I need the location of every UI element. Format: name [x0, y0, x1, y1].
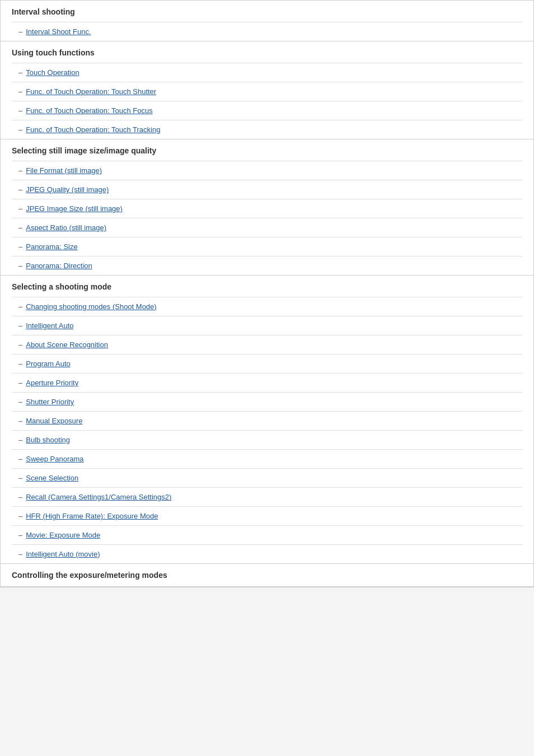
- dash-icon: –: [18, 512, 22, 520]
- section-title-controlling-exposure: Controlling the exposure/metering modes: [12, 571, 522, 580]
- link-movie-exposure-mode[interactable]: Movie: Exposure Mode: [26, 531, 100, 539]
- dash-icon: –: [18, 68, 22, 77]
- link-aperture-priority[interactable]: Aperture Priority: [26, 379, 78, 387]
- dash-icon: –: [18, 531, 22, 539]
- link-intelligent-auto-movie[interactable]: Intelligent Auto (movie): [26, 550, 100, 558]
- list-item: – Bulb shooting: [12, 430, 522, 449]
- section-title-shooting-mode: Selecting a shooting mode: [12, 282, 522, 297]
- dash-icon: –: [18, 379, 22, 387]
- link-changing-shooting-modes[interactable]: Changing shooting modes (Shoot Mode): [26, 302, 156, 311]
- link-func-touch-shutter[interactable]: Func. of Touch Operation: Touch Shutter: [26, 87, 156, 96]
- page-container: Interval shooting – Interval Shoot Func.…: [0, 0, 534, 587]
- link-about-scene-recognition[interactable]: About Scene Recognition: [26, 340, 108, 349]
- list-item: – Interval Shoot Func.: [12, 22, 522, 41]
- list-item: – Program Auto: [12, 354, 522, 373]
- list-item: – Sweep Panorama: [12, 449, 522, 468]
- link-func-touch-tracking[interactable]: Func. of Touch Operation: Touch Tracking: [26, 125, 160, 134]
- list-item: – Intelligent Auto: [12, 316, 522, 335]
- list-item: – Func. of Touch Operation: Touch Focus: [12, 101, 522, 120]
- link-interval-shoot-func[interactable]: Interval Shoot Func.: [26, 27, 91, 36]
- list-item: – Touch Operation: [12, 63, 522, 82]
- link-hfr-exposure-mode[interactable]: HFR (High Frame Rate): Exposure Mode: [26, 512, 158, 520]
- list-item: – Manual Exposure: [12, 411, 522, 430]
- link-recall-camera-settings[interactable]: Recall (Camera Settings1/Camera Settings…: [26, 493, 171, 501]
- link-bulb-shooting[interactable]: Bulb shooting: [26, 436, 70, 444]
- list-item: – About Scene Recognition: [12, 335, 522, 354]
- link-panorama-size[interactable]: Panorama: Size: [26, 242, 78, 251]
- section-controlling-exposure: Controlling the exposure/metering modes: [1, 564, 533, 587]
- dash-icon: –: [18, 223, 22, 232]
- dash-icon: –: [18, 340, 22, 349]
- link-scene-selection[interactable]: Scene Selection: [26, 474, 78, 482]
- list-item: – Aspect Ratio (still image): [12, 218, 522, 237]
- dash-icon: –: [18, 262, 22, 270]
- dash-icon: –: [18, 106, 22, 115]
- dash-icon: –: [18, 474, 22, 482]
- section-title-touch-functions: Using touch functions: [12, 48, 522, 63]
- dash-icon: –: [18, 242, 22, 251]
- link-intelligent-auto[interactable]: Intelligent Auto: [26, 321, 73, 330]
- section-shooting-mode: Selecting a shooting mode – Changing sho…: [1, 276, 533, 564]
- link-jpeg-quality-still[interactable]: JPEG Quality (still image): [26, 185, 109, 194]
- section-still-image: Selecting still image size/image quality…: [1, 139, 533, 276]
- dash-icon: –: [18, 204, 22, 213]
- link-file-format-still[interactable]: File Format (still image): [26, 166, 102, 175]
- list-item: – Changing shooting modes (Shoot Mode): [12, 297, 522, 316]
- section-interval-shooting: Interval shooting – Interval Shoot Func.: [1, 1, 533, 41]
- dash-icon: –: [18, 360, 22, 368]
- link-func-touch-focus[interactable]: Func. of Touch Operation: Touch Focus: [26, 106, 152, 115]
- list-item: – Shutter Priority: [12, 392, 522, 411]
- dash-icon: –: [18, 87, 22, 96]
- list-item: – JPEG Quality (still image): [12, 180, 522, 199]
- list-item: – Func. of Touch Operation: Touch Shutte…: [12, 82, 522, 101]
- dash-icon: –: [18, 27, 22, 36]
- link-jpeg-image-size-still[interactable]: JPEG Image Size (still image): [26, 204, 123, 213]
- dash-icon: –: [18, 550, 22, 558]
- dash-icon: –: [18, 455, 22, 463]
- dash-icon: –: [18, 398, 22, 406]
- dash-icon: –: [18, 302, 22, 311]
- dash-icon: –: [18, 493, 22, 501]
- link-manual-exposure[interactable]: Manual Exposure: [26, 417, 82, 425]
- link-program-auto[interactable]: Program Auto: [26, 360, 71, 368]
- dash-icon: –: [18, 125, 22, 134]
- dash-icon: –: [18, 417, 22, 425]
- dash-icon: –: [18, 321, 22, 330]
- list-item: – Aperture Priority: [12, 373, 522, 392]
- dash-icon: –: [18, 185, 22, 194]
- section-title-interval-shooting: Interval shooting: [12, 7, 522, 22]
- list-item: – File Format (still image): [12, 161, 522, 180]
- section-using-touch-functions: Using touch functions – Touch Operation …: [1, 41, 533, 139]
- dash-icon: –: [18, 166, 22, 175]
- link-aspect-ratio-still[interactable]: Aspect Ratio (still image): [26, 223, 106, 232]
- list-item: – HFR (High Frame Rate): Exposure Mode: [12, 506, 522, 525]
- link-panorama-direction[interactable]: Panorama: Direction: [26, 262, 92, 270]
- list-item: – Scene Selection: [12, 468, 522, 487]
- link-touch-operation[interactable]: Touch Operation: [26, 68, 79, 77]
- list-item: – Intelligent Auto (movie): [12, 544, 522, 563]
- list-item: – Panorama: Size: [12, 237, 522, 256]
- list-item: – Panorama: Direction: [12, 256, 522, 275]
- list-item: – Movie: Exposure Mode: [12, 525, 522, 544]
- link-sweep-panorama[interactable]: Sweep Panorama: [26, 455, 83, 463]
- dash-icon: –: [18, 436, 22, 444]
- list-item: – Func. of Touch Operation: Touch Tracki…: [12, 120, 522, 139]
- list-item: – JPEG Image Size (still image): [12, 199, 522, 218]
- list-item: – Recall (Camera Settings1/Camera Settin…: [12, 487, 522, 506]
- link-shutter-priority[interactable]: Shutter Priority: [26, 398, 74, 406]
- section-title-still-image: Selecting still image size/image quality: [12, 146, 522, 161]
